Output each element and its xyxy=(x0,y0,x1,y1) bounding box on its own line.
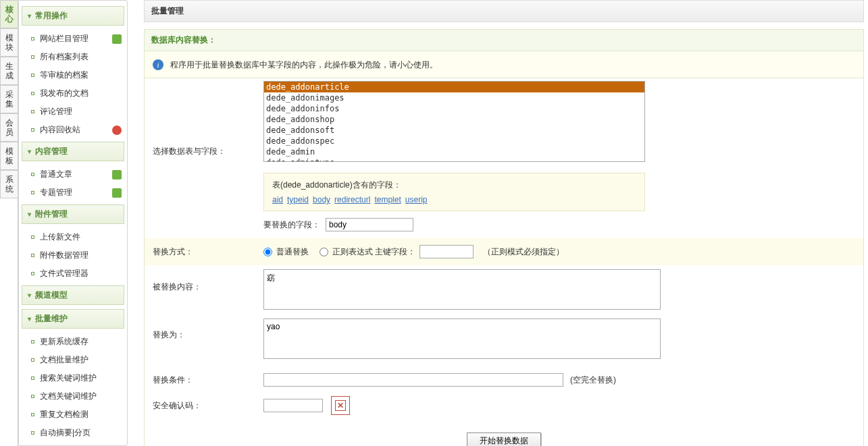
chevron-down-icon: ▾ xyxy=(28,291,31,299)
field-link[interactable]: body xyxy=(313,195,330,204)
replace-to-textarea[interactable] xyxy=(263,318,661,359)
label-replace-field: 要替换的字段： xyxy=(263,219,320,231)
section-title: 数据库内容替换： xyxy=(144,29,864,51)
field-link[interactable]: redirecturl xyxy=(334,195,370,204)
sidebar-item-label: 我发布的文档 xyxy=(40,88,88,99)
table-option[interactable]: dede_admin xyxy=(264,146,644,157)
warning-text: 程序用于批量替换数据库中某字段的内容，此操作极为危险，请小心使用。 xyxy=(170,59,438,71)
label-condition: 替换条件： xyxy=(145,374,263,386)
chevron-down-icon: ▾ xyxy=(28,211,31,218)
vert-tab[interactable]: 系统 xyxy=(0,170,18,198)
sidebar-section-header[interactable]: ▾批量维护 xyxy=(22,309,124,329)
sidebar-section-header[interactable]: ▾附件管理 xyxy=(22,204,124,224)
captcha-image: ✕ xyxy=(331,396,350,415)
sidebar-section-title: 内容管理 xyxy=(35,146,68,157)
sidebar-section-header[interactable]: ▾常用操作 xyxy=(22,6,124,26)
label-replace-mode: 替换方式： xyxy=(145,246,263,258)
label-replaced-content: 被替换内容： xyxy=(145,281,263,293)
vert-tab[interactable]: 核心 xyxy=(0,0,18,28)
recycle-icon xyxy=(112,126,122,135)
radio-normal[interactable] xyxy=(263,248,272,256)
sidebar-item[interactable]: 文档关键词维护 xyxy=(22,387,124,406)
bullet-icon xyxy=(31,254,34,257)
bullet-icon xyxy=(31,37,34,40)
table-option[interactable]: dede_addoninfos xyxy=(264,103,644,114)
sidebar-section-header[interactable]: ▾频道模型 xyxy=(22,285,124,305)
sidebar-item[interactable]: 网站栏目管理 xyxy=(22,30,124,48)
label-replace-to: 替换为： xyxy=(145,329,263,341)
sidebar-item[interactable]: 附件数据管理 xyxy=(22,246,124,264)
vert-tab[interactable]: 模块 xyxy=(0,28,18,57)
sidebar-item[interactable]: 内容回收站 xyxy=(22,121,124,139)
bullet-icon xyxy=(31,377,34,380)
vert-tab[interactable]: 采集 xyxy=(0,85,18,113)
sidebar-item-label: 内容回收站 xyxy=(40,124,80,136)
sidebar-item[interactable]: 等审核的档案 xyxy=(22,66,124,84)
condition-input[interactable] xyxy=(263,373,563,387)
sidebar-item[interactable]: 评论管理 xyxy=(22,103,124,121)
vert-tab[interactable]: 生成 xyxy=(0,57,18,85)
sidebar-item-label: 重复文档检测 xyxy=(40,409,88,420)
close-icon: ✕ xyxy=(335,400,346,411)
bullet-icon xyxy=(31,191,34,194)
field-link[interactable]: userip xyxy=(405,195,428,204)
sidebar-item[interactable]: 自动摘要|分页 xyxy=(22,424,124,442)
sidebar-item[interactable]: 上传新文件 xyxy=(22,228,124,246)
sidebar-item[interactable]: 重复文档检测 xyxy=(22,406,124,424)
sidebar-item-label: 上传新文件 xyxy=(40,231,80,243)
bullet-icon xyxy=(31,413,34,416)
sidebar-item[interactable]: TAG标签管理 xyxy=(22,442,124,446)
sidebar-item[interactable]: 搜索关键词维护 xyxy=(22,369,124,387)
replaced-content-textarea[interactable] xyxy=(263,269,661,310)
key-field-input[interactable] xyxy=(419,245,474,258)
sidebar-item[interactable]: 专题管理 xyxy=(22,184,124,202)
table-option[interactable]: dede_addonarticle xyxy=(264,82,644,92)
chevron-down-icon: ▾ xyxy=(28,12,31,20)
sidebar-section-title: 批量维护 xyxy=(35,313,68,325)
bullet-icon xyxy=(31,358,34,362)
sidebar-item[interactable]: 我发布的文档 xyxy=(22,84,124,103)
vert-tab[interactable]: 模板 xyxy=(0,142,18,170)
sidebar-item-label: 评论管理 xyxy=(40,106,72,117)
radio-regex-label: 正则表达式 主键字段： xyxy=(332,246,415,258)
sidebar-item-label: 文档批量维护 xyxy=(40,354,88,366)
sidebar-item[interactable]: 文件式管理器 xyxy=(22,264,124,283)
sidebar: ▾常用操作网站栏目管理所有档案列表等审核的档案我发布的文档评论管理内容回收站▾内… xyxy=(18,0,128,446)
label-select-table: 选择数据表与字段： xyxy=(145,146,263,157)
table-select[interactable]: dede_addonarticledede_addonimagesdede_ad… xyxy=(263,81,645,162)
table-option[interactable]: dede_admintype xyxy=(264,157,644,162)
sidebar-section-title: 频道模型 xyxy=(35,289,68,301)
field-link[interactable]: aid xyxy=(272,195,283,204)
sidebar-item-label: 普通文章 xyxy=(40,169,72,180)
sidebar-section-header[interactable]: ▾内容管理 xyxy=(22,142,124,161)
bullet-icon xyxy=(31,431,34,435)
security-code-input[interactable] xyxy=(263,399,323,412)
sidebar-item[interactable]: 所有档案列表 xyxy=(22,48,124,66)
bullet-icon xyxy=(31,74,34,77)
sidebar-item[interactable]: 普通文章 xyxy=(22,165,124,184)
main-panel: 批量管理 数据库内容替换： i 程序用于批量替换数据库中某字段的内容，此操作极为… xyxy=(144,0,868,446)
sidebar-item[interactable]: 文档批量维护 xyxy=(22,351,124,369)
sidebar-item-label: 更新系统缓存 xyxy=(40,336,88,347)
bullet-icon xyxy=(31,272,34,275)
bullet-icon xyxy=(31,395,34,398)
table-option[interactable]: dede_addonsoft xyxy=(264,125,644,136)
replace-field-input[interactable] xyxy=(326,218,413,231)
submit-button[interactable]: 开始替换数据 xyxy=(467,433,541,446)
sidebar-item[interactable]: 更新系统缓存 xyxy=(22,333,124,351)
field-link[interactable]: typeid xyxy=(287,195,309,204)
bullet-icon xyxy=(31,173,34,176)
table-option[interactable]: dede_addonimages xyxy=(264,92,644,103)
field-info-box: 表(dede_addonarticle)含有的字段： aidtypeidbody… xyxy=(263,173,645,211)
table-option[interactable]: dede_addonshop xyxy=(264,114,644,125)
doc-icon xyxy=(112,188,122,198)
doc-icon xyxy=(112,34,122,44)
sidebar-item-label: 等审核的档案 xyxy=(40,69,88,81)
table-option[interactable]: dede_addonspec xyxy=(264,136,644,146)
vert-tab[interactable]: 会员 xyxy=(0,113,18,142)
sidebar-item-label: 专题管理 xyxy=(40,187,72,198)
bullet-icon xyxy=(31,235,34,239)
field-link[interactable]: templet xyxy=(374,195,401,204)
radio-regex[interactable] xyxy=(320,248,328,256)
page-title: 批量管理 xyxy=(144,0,864,22)
